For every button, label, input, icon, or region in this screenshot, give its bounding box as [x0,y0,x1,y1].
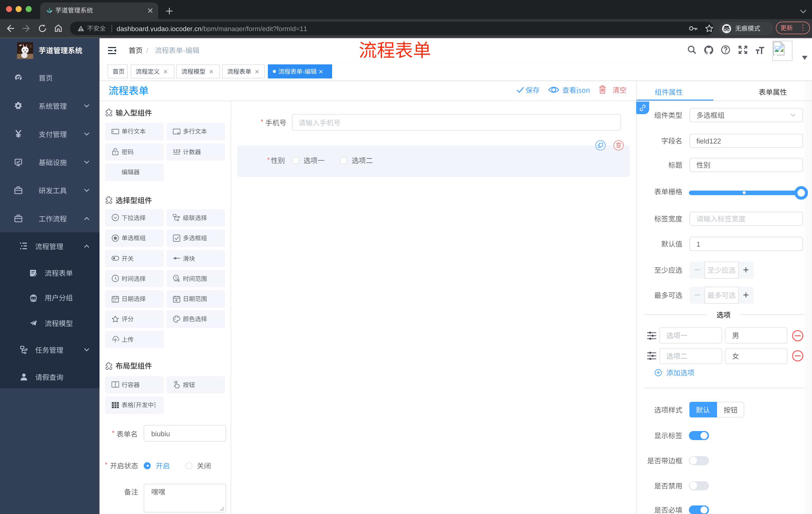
svg-text:123: 123 [173,148,180,154]
